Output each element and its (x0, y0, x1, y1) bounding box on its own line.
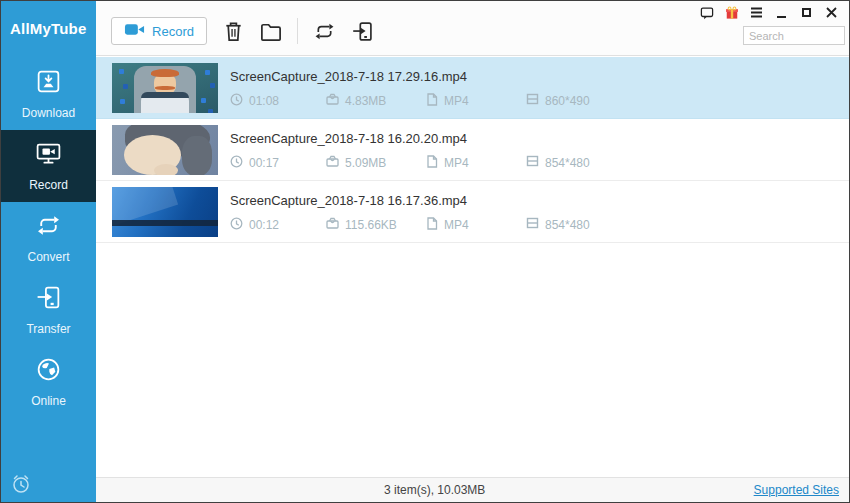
sidebar-item-convert[interactable]: Convert (1, 202, 96, 274)
duration-icon (230, 93, 243, 109)
list-item[interactable]: ScreenCapture_2018-7-18 16.17.36.mp4 00:… (96, 181, 849, 243)
titlebar-controls (699, 5, 839, 20)
duration-value: 00:17 (249, 156, 279, 170)
open-folder-icon[interactable] (259, 19, 283, 43)
sidebar-item-record[interactable]: Record (1, 130, 96, 202)
resolution-icon (526, 155, 539, 170)
alarm-clock-icon (10, 481, 32, 498)
sidebar-item-label: Transfer (26, 322, 70, 336)
video-camera-icon (124, 22, 145, 40)
format-icon (426, 217, 438, 233)
recorded-files-list: ScreenCapture_2018-7-18 17.29.16.mp4 01:… (96, 57, 849, 477)
supported-sites-link[interactable]: Supported Sites (754, 483, 849, 497)
sidebar-item-download[interactable]: Download (1, 58, 96, 130)
duration-value: 01:08 (249, 94, 279, 108)
toolbar: Record (96, 1, 849, 56)
video-thumbnail (112, 125, 218, 175)
resolution-value: 860*490 (545, 94, 590, 108)
convert-loop-icon[interactable] (312, 19, 336, 43)
duration-icon (230, 217, 243, 233)
file-size-icon (326, 217, 339, 232)
minimize-icon[interactable] (774, 6, 789, 20)
app-window: AllMyTube Download (0, 0, 850, 503)
file-size-value: 5.09MB (345, 156, 386, 170)
record-button[interactable]: Record (111, 17, 207, 45)
online-icon (35, 356, 62, 387)
sidebar-nav: Download Record (1, 58, 96, 418)
format-value: MP4 (444, 156, 469, 170)
format-value: MP4 (444, 218, 469, 232)
file-name: ScreenCapture_2018-7-18 16.17.36.mp4 (230, 193, 590, 208)
sidebar-item-label: Online (31, 394, 66, 408)
sidebar-item-label: Convert (27, 250, 69, 264)
video-thumbnail (112, 63, 218, 113)
sidebar-item-label: Record (29, 178, 68, 192)
file-size-icon (326, 155, 339, 170)
list-item[interactable]: ScreenCapture_2018-7-18 17.29.16.mp4 01:… (96, 57, 849, 119)
file-details: 00:17 5.09MB MP4 854*480 (230, 155, 590, 171)
scheduler-button[interactable] (10, 473, 32, 495)
delete-icon[interactable] (221, 19, 245, 43)
file-name: ScreenCapture_2018-7-18 17.29.16.mp4 (230, 69, 590, 84)
convert-icon (35, 212, 62, 243)
send-to-device-icon[interactable] (350, 19, 374, 43)
app-logo: AllMyTube (1, 1, 96, 56)
sidebar: AllMyTube Download (1, 1, 96, 502)
maximize-icon[interactable] (799, 6, 814, 20)
video-thumbnail (112, 187, 218, 237)
item-count-summary: 3 item(s), 10.03MB (384, 483, 485, 497)
menu-icon[interactable] (749, 6, 764, 20)
format-icon (426, 155, 438, 171)
sidebar-item-transfer[interactable]: Transfer (1, 274, 96, 346)
toolbar-divider (297, 18, 298, 44)
record-icon (35, 140, 62, 171)
file-details: 01:08 4.83MB MP4 860*490 (230, 93, 590, 109)
file-name: ScreenCapture_2018-7-18 16.20.20.mp4 (230, 131, 590, 146)
file-size-value: 4.83MB (345, 94, 386, 108)
resolution-icon (526, 217, 539, 232)
duration-value: 00:12 (249, 218, 279, 232)
file-size-icon (326, 93, 339, 108)
close-icon[interactable] (824, 6, 839, 20)
transfer-icon (35, 284, 62, 315)
resolution-value: 854*480 (545, 156, 590, 170)
file-details: 00:12 115.66KB MP4 854*480 (230, 217, 590, 233)
resolution-icon (526, 93, 539, 108)
status-bar: 3 item(s), 10.03MB Supported Sites (96, 477, 849, 502)
format-icon (426, 93, 438, 109)
download-icon (35, 68, 62, 99)
feedback-bubble-icon[interactable] (699, 6, 714, 20)
format-value: MP4 (444, 94, 469, 108)
file-size-value: 115.66KB (345, 218, 397, 232)
sidebar-item-online[interactable]: Online (1, 346, 96, 418)
record-button-label: Record (152, 24, 194, 39)
gift-icon[interactable] (724, 6, 739, 20)
resolution-value: 854*480 (545, 218, 590, 232)
duration-icon (230, 155, 243, 171)
search-input[interactable] (743, 26, 845, 45)
sidebar-item-label: Download (22, 106, 75, 120)
list-item[interactable]: ScreenCapture_2018-7-18 16.20.20.mp4 00:… (96, 119, 849, 181)
